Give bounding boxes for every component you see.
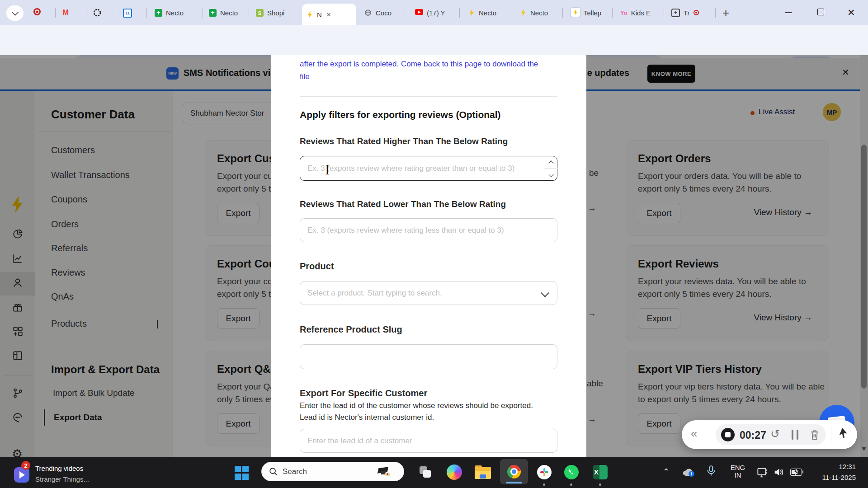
chrome-active-indicator: [506, 482, 522, 483]
whatsapp-icon[interactable]: [564, 465, 579, 479]
modal-section-title: Apply filters for exporting reviews (Opt…: [300, 109, 501, 120]
tab-search-chevron-icon[interactable]: [6, 5, 24, 21]
browser-tab-9[interactable]: (17) Y: [410, 0, 458, 25]
tab-divider: [116, 8, 116, 18]
browser-tab-0[interactable]: [29, 0, 53, 25]
browser-tab-8[interactable]: Coco: [359, 0, 406, 25]
file-explorer-icon[interactable]: [475, 465, 491, 479]
browser-tab-13[interactable]: YoKids E: [616, 0, 663, 25]
modal-note-line2: file: [300, 72, 310, 81]
stepper-up-icon[interactable]: [548, 160, 553, 165]
task-view-button[interactable]: [419, 465, 433, 480]
onedrive-cloud-icon[interactable]: i: [682, 467, 696, 478]
start-button[interactable]: [235, 466, 249, 480]
slack-icon[interactable]: [537, 465, 552, 479]
tab-divider: [408, 8, 408, 18]
tab-favicon-gpt-icon: [93, 9, 101, 17]
rating-higher-stepper[interactable]: [544, 156, 557, 180]
widgets-button[interactable]: 2 Trending videos Stranger Things...: [11, 464, 102, 486]
browser-tab-2[interactable]: [89, 0, 113, 25]
tab-favicon-gcal-icon: 11: [123, 8, 132, 18]
browser-tab-6[interactable]: SShopi: [251, 0, 300, 25]
tab-favicon-youtube-icon: [415, 9, 423, 17]
chrome-active-app[interactable]: [500, 459, 528, 484]
tab-favicon-bolt-icon: [468, 9, 475, 17]
tab-favicon-nector-icon: +: [155, 9, 162, 17]
tab-divider: [715, 8, 716, 18]
restart-recording-icon[interactable]: ↺: [770, 427, 780, 441]
slug-input[interactable]: [300, 344, 557, 369]
microphone-icon[interactable]: [705, 465, 717, 479]
modal-divider: [300, 96, 557, 97]
browser-tab-11[interactable]: Necto: [515, 0, 561, 25]
modal-note-line1: after the export is completed. Come back…: [300, 60, 538, 69]
widget-badge: 2: [21, 461, 30, 470]
window-close-button[interactable]: ✕: [847, 7, 855, 18]
display-plug-icon[interactable]: [757, 467, 769, 479]
window-restore-button[interactable]: [817, 9, 824, 15]
tab-divider: [249, 8, 249, 18]
browser-tab-10[interactable]: Necto: [464, 0, 510, 25]
product-label: Product: [300, 261, 334, 272]
battery-icon[interactable]: [790, 469, 803, 475]
tab-recording-icon: [693, 10, 699, 15]
browser-toolbar: ← → ↻ merchant.nector.io/export-data ☆ S…: [0, 25, 868, 55]
customer-input[interactable]: [300, 429, 557, 453]
tab-favicon-gmail-icon: M: [62, 8, 69, 17]
window-minimize-button[interactable]: –: [785, 5, 792, 19]
clock-date[interactable]: 11-11-2025: [811, 474, 856, 481]
excel-running-dot: [599, 483, 601, 486]
slack-running-dot: [543, 483, 545, 486]
rating-higher-input[interactable]: [300, 156, 557, 181]
tab-favicon-yo-icon: Yo: [620, 9, 627, 17]
excel-icon[interactable]: X: [593, 465, 608, 479]
browser-tab-5[interactable]: +Necto: [204, 0, 248, 25]
export-reviews-modal: after the export is completed. Come back…: [271, 55, 586, 457]
tab-label: (17) Y: [427, 9, 445, 17]
pause-recording-icon[interactable]: [792, 430, 798, 440]
product-select-chevron-icon[interactable]: [541, 289, 549, 297]
search-highlight-cap-icon: [377, 466, 391, 478]
volume-icon[interactable]: [773, 467, 785, 478]
tab-label: Tellep: [584, 9, 601, 17]
tab-divider: [146, 8, 147, 18]
slug-label: Reference Product Slug: [300, 324, 402, 335]
tab-divider: [511, 8, 511, 18]
browser-tab-1[interactable]: M: [58, 0, 82, 25]
clock-time[interactable]: 12:31: [821, 463, 856, 470]
taskbar-search[interactable]: Search: [261, 462, 404, 481]
stop-recording-button[interactable]: [721, 428, 735, 441]
browser-tab-strip: M11+Necto+NectoSShopiN✕Coco(17) YNectoNe…: [0, 0, 868, 25]
delete-recording-icon[interactable]: [809, 429, 820, 441]
tab-close-icon[interactable]: ✕: [326, 11, 331, 18]
tab-divider: [459, 8, 460, 18]
customer-help-line2: Lead id is Nector's internal customer id…: [300, 413, 434, 422]
tab-favicon-boltbox-icon: [571, 8, 580, 18]
browser-tab-14[interactable]: +Tr: [667, 0, 714, 25]
rating-lower-input[interactable]: [300, 218, 557, 242]
tab-favicon-trbox-icon: +: [671, 8, 680, 17]
browser-tab-7[interactable]: N✕: [302, 4, 356, 25]
tab-favicon-nector-icon: +: [209, 9, 217, 17]
product-select[interactable]: Select a product. Start typing to search…: [300, 281, 557, 305]
browser-tab-3[interactable]: 11: [118, 0, 143, 25]
stepper-down-icon[interactable]: [548, 172, 553, 177]
tray-expand-chevron-icon[interactable]: ⌃: [663, 467, 670, 477]
screen-recorder-toolbar: « 00:27 ↺: [682, 420, 857, 449]
customer-label: Export For Specific Customer: [300, 388, 427, 399]
tab-divider: [664, 8, 664, 18]
tab-divider: [612, 8, 613, 18]
copilot-icon[interactable]: [447, 465, 462, 480]
search-icon: [269, 467, 278, 477]
browser-tab-4[interactable]: +Necto: [150, 0, 201, 25]
widget-subtitle: Stranger Things...: [35, 475, 89, 483]
new-tab-button[interactable]: +: [722, 6, 729, 20]
recorder-divider: [831, 427, 831, 443]
language-indicator[interactable]: ENGIN: [729, 464, 747, 479]
recorder-pointer-icon[interactable]: [838, 427, 850, 440]
recording-time: 00:27: [740, 429, 766, 441]
tab-label: Necto: [220, 9, 238, 17]
browser-tab-12[interactable]: Tellep: [566, 0, 611, 25]
recorder-collapse-icon[interactable]: «: [691, 427, 697, 441]
tab-label: Necto: [479, 9, 496, 17]
